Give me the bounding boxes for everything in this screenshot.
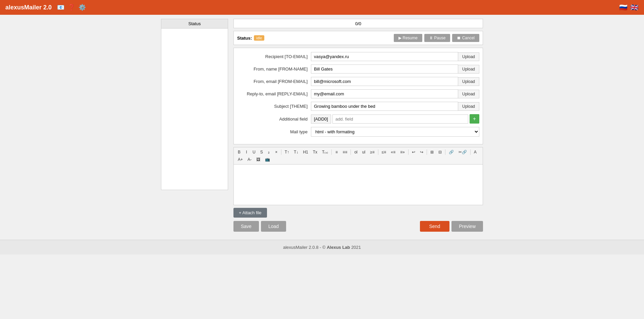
recipient-input-group: Upload [311, 52, 479, 61]
toolbar-btn-[interactable]: ≡» [398, 149, 407, 155]
send-button[interactable]: Send [420, 221, 450, 232]
from-name-label: From, name [FROM-NAME] [237, 66, 311, 72]
toolbar-btn-ul[interactable]: ul [360, 149, 367, 155]
main-layout: Status 0/0 Status: idle ▶ Resume ⏸ Pause… [161, 15, 483, 240]
toolbar-btn-[interactable]: 🔗 [447, 149, 456, 155]
load-button[interactable]: Load [261, 221, 286, 232]
from-email-input-group: Upload [311, 77, 479, 86]
toolbar-separator [427, 149, 427, 155]
settings-icon[interactable]: ⚙️ [78, 4, 86, 11]
from-email-upload-button[interactable]: Upload [458, 77, 479, 86]
toolbar-separator [378, 149, 378, 155]
toolbar-btn-[interactable]: ⊞ [428, 149, 436, 155]
subject-label: Subject [THEME] [237, 104, 311, 109]
toolbar-btn-T[interactable]: T↓ [292, 149, 300, 155]
recipient-label: Recipient [TO-EMAIL] [237, 54, 311, 59]
email-icon[interactable]: 📧 [57, 4, 64, 11]
toolbar-btn-[interactable]: ≥≡ [368, 149, 377, 155]
toolbar-btn-B[interactable]: B [236, 149, 243, 155]
status-panel: Status [161, 19, 228, 190]
toolbar-btn-A[interactable]: A [472, 149, 479, 155]
status-row: Status: idle ▶ Resume ⏸ Pause ⏹ Cancel [233, 31, 483, 45]
cancel-button[interactable]: ⏹ Cancel [452, 34, 479, 42]
resume-button[interactable]: ▶ Resume [394, 34, 422, 42]
toolbar-btn-[interactable]: ≡ [333, 149, 340, 155]
from-email-input[interactable] [311, 77, 458, 86]
save-button[interactable]: Save [233, 221, 259, 232]
additional-field-row: Additional field [ADD0] + [237, 114, 479, 124]
toolbar-btn-[interactable]: ₂ [266, 149, 272, 155]
toolbar-separator [331, 149, 332, 155]
reply-to-input[interactable] [311, 89, 458, 98]
editor-toolbar: BIUS₂×T↑T↓H1TxT₍ₓ₎≡≡≡olul≥≡≤≡«≡≡»↩↪⊞⊟🔗✂🔗… [234, 147, 483, 165]
recipient-input[interactable] [311, 52, 458, 61]
toolbar-btn-[interactable]: ✂🔗 [457, 149, 469, 155]
flag-ru[interactable]: 🇷🇺 [619, 3, 628, 11]
status-badge: idle [254, 35, 264, 41]
app-header: alexusMailer 2.0 📧 ❓ ⚙️ 🇷🇺 🇬🇧 [0, 0, 644, 15]
reply-to-label: Reply-to, email [REPLY-EMAIL] [237, 91, 311, 96]
control-buttons: ▶ Resume ⏸ Pause ⏹ Cancel [394, 34, 479, 42]
content-area: 0/0 Status: idle ▶ Resume ⏸ Pause ⏹ Canc… [233, 19, 483, 236]
from-email-label: From, email [FROM-EMAIL] [237, 79, 311, 84]
from-email-row: From, email [FROM-EMAIL] Upload [237, 77, 479, 86]
mail-type-label: Mail type [237, 129, 311, 134]
app-title: alexusMailer 2.0 [5, 4, 52, 11]
toolbar-btn-[interactable]: ↪ [418, 149, 425, 155]
toolbar-separator [408, 149, 409, 155]
right-buttons: Send Preview [420, 221, 483, 232]
toolbar-btn-U[interactable]: U [251, 149, 258, 155]
toolbar-btn-[interactable]: «≡ [389, 149, 397, 155]
toolbar-btn-A[interactable]: A- [246, 156, 254, 163]
add0-tag: [ADD0] [311, 115, 331, 124]
toolbar-btn-A[interactable]: A+ [236, 156, 245, 163]
language-flags: 🇷🇺 🇬🇧 [619, 3, 639, 11]
reply-to-upload-button[interactable]: Upload [458, 90, 479, 98]
flag-en[interactable]: 🇬🇧 [630, 3, 639, 11]
status-label: Status: [237, 36, 252, 41]
preview-button[interactable]: Preview [451, 221, 483, 232]
reply-to-input-group: Upload [311, 89, 479, 98]
toolbar-btn-[interactable]: 📺 [263, 156, 272, 163]
toolbar-btn-[interactable]: ≡≡ [340, 149, 349, 155]
from-name-input[interactable] [311, 64, 458, 74]
toolbar-btn-I[interactable]: I [243, 149, 250, 155]
from-name-input-group: Upload [311, 64, 479, 74]
editor-area: BIUS₂×T↑T↓H1TxT₍ₓ₎≡≡≡olul≥≡≤≡«≡≡»↩↪⊞⊟🔗✂🔗… [233, 147, 483, 205]
subject-row: Subject [THEME] Upload [237, 102, 479, 111]
toolbar-btn-Tx[interactable]: Tx [311, 149, 319, 155]
attach-file-button[interactable]: + Attach file [233, 208, 267, 218]
progress-bar: 0/0 [233, 19, 483, 28]
subject-input[interactable] [311, 102, 458, 111]
toolbar-btn-T[interactable]: T↑ [283, 149, 291, 155]
recipient-row: Recipient [TO-EMAIL] Upload [237, 52, 479, 61]
toolbar-btn-S[interactable]: S [258, 149, 265, 155]
toolbar-btn-ol[interactable]: ol [352, 149, 359, 155]
toolbar-btn-[interactable]: ⊟ [436, 149, 444, 155]
pause-button[interactable]: ⏸ Pause [424, 34, 450, 42]
help-icon[interactable]: ❓ [68, 4, 75, 11]
toolbar-btn-[interactable]: 🖼 [254, 156, 262, 163]
toolbar-separator [351, 149, 351, 155]
mail-type-select[interactable]: html - with formatingplain text [311, 127, 479, 137]
header-icons: 📧 ❓ ⚙️ [57, 4, 86, 11]
toolbar-btn-[interactable]: ≤≡ [380, 149, 388, 155]
toolbar-btn-[interactable]: ↩ [410, 149, 417, 155]
add-field-button[interactable]: + [470, 114, 479, 124]
additional-field-input[interactable] [332, 115, 468, 124]
subject-upload-button[interactable]: Upload [458, 102, 479, 111]
toolbar-btn-[interactable]: × [273, 149, 280, 155]
reply-to-row: Reply-to, email [REPLY-EMAIL] Upload [237, 89, 479, 98]
bottom-buttons: Save Load Send Preview [233, 221, 483, 232]
toolbar-separator [470, 149, 471, 155]
subject-input-group: Upload [311, 102, 479, 111]
status-content [161, 29, 228, 190]
from-name-upload-button[interactable]: Upload [458, 65, 479, 74]
toolbar-btn-T[interactable]: T₍ₓ₎ [320, 149, 330, 155]
footer: alexusMailer 2.0.8 - © Alexus Lab 2021 [0, 240, 644, 255]
recipient-upload-button[interactable]: Upload [458, 52, 479, 61]
mail-type-row: Mail type html - with formatingplain tex… [237, 127, 479, 137]
toolbar-separator [445, 149, 445, 155]
editor-body[interactable] [234, 165, 483, 205]
toolbar-btn-H1[interactable]: H1 [301, 149, 310, 155]
